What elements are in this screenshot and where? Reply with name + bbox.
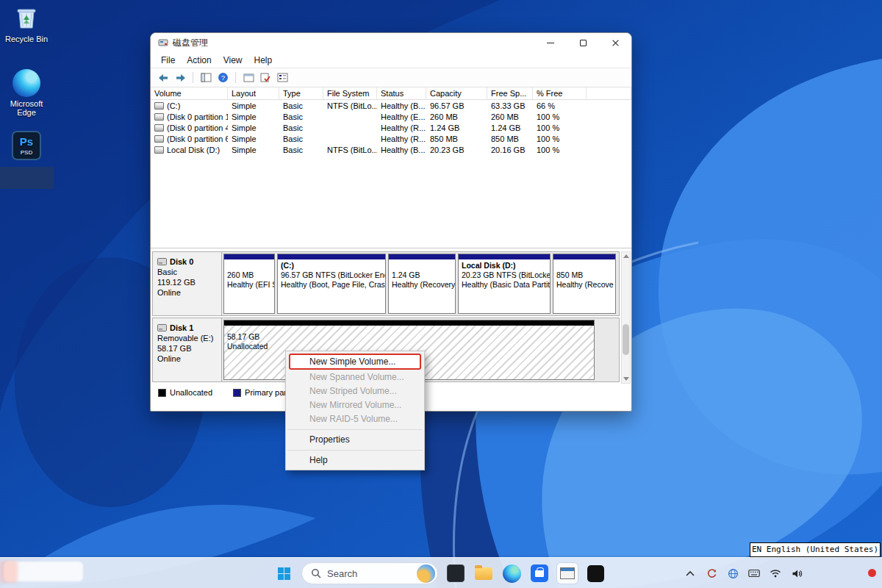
menu-separator <box>287 450 423 451</box>
disk-management-taskbar-button[interactable] <box>557 563 578 584</box>
scroll-up-icon[interactable] <box>622 252 630 260</box>
recycle-bin-glyph <box>0 4 53 32</box>
cell-volume: (Disk 0 partition 6) <box>167 135 228 143</box>
tray-volume-icon[interactable] <box>791 567 803 579</box>
volume-row[interactable]: (Disk 0 partition 6) Simple Basic Health… <box>151 133 631 144</box>
cell-layout: Simple <box>228 146 279 154</box>
disk-1-label[interactable]: Disk 1 Removable (E:) 58.17 GB Online <box>153 318 222 381</box>
edge-glyph <box>12 69 40 97</box>
col-type[interactable]: Type <box>279 87 323 99</box>
unallocated-size: 58.17 GB <box>227 332 591 342</box>
tray-globe-icon[interactable] <box>727 567 739 579</box>
cell-capacity: 260 MB <box>426 112 487 121</box>
legend-unallocated-label: Unallocated <box>170 388 212 397</box>
partition-name <box>227 261 271 270</box>
menu-action[interactable]: Action <box>181 54 217 67</box>
file-explorer-button[interactable] <box>473 563 494 584</box>
start-button[interactable] <box>273 563 294 584</box>
cell-status: Healthy (B... <box>377 101 426 110</box>
cell-pct: 100 % <box>533 135 587 143</box>
partition-text: 850 MB Healthy (Recove <box>553 259 615 291</box>
disk-1-status: Online <box>157 354 217 364</box>
menu-item-new-simple-volume[interactable]: New Simple Volume... <box>289 354 421 370</box>
menu-separator <box>287 429 423 430</box>
partition-efi[interactable]: 260 MB Healthy (EFI Syst <box>223 254 275 314</box>
disk-0-label[interactable]: Disk 0 Basic 119.12 GB Online <box>153 252 222 315</box>
edge-desktop-icon[interactable]: Microsoft Edge <box>0 69 53 117</box>
titlebar[interactable]: 磁盘管理 <box>151 33 631 52</box>
vertical-scrollbar[interactable] <box>621 251 631 384</box>
primary-partition-bar <box>224 254 274 259</box>
unallocated-swatch <box>158 389 166 397</box>
partition-c[interactable]: (C:) 96.57 GB NTFS (BitLocker Encr Healt… <box>277 254 386 314</box>
maximize-button[interactable] <box>567 33 599 52</box>
back-icon[interactable] <box>157 72 169 84</box>
help-icon[interactable]: ? <box>217 72 229 84</box>
volume-row[interactable]: (C:) Simple Basic NTFS (BitLo... Healthy… <box>151 100 631 111</box>
close-button[interactable] <box>599 33 631 52</box>
menu-view[interactable]: View <box>218 54 248 67</box>
col-status[interactable]: Status <box>377 87 426 99</box>
col-file-system[interactable]: File System <box>323 87 377 99</box>
volume-row[interactable]: Local Disk (D:) Simple Basic NTFS (BitLo… <box>151 144 631 155</box>
cell-layout: Simple <box>228 112 279 121</box>
search-placeholder: Search <box>327 568 357 579</box>
volume-disk-icon <box>154 124 164 132</box>
partition-size: 260 MB <box>227 270 271 280</box>
scrollbar-thumb[interactable] <box>623 324 629 355</box>
search-box[interactable]: Search <box>301 562 438 584</box>
menu-file[interactable]: File <box>155 54 181 67</box>
photoshop-desktop-icon[interactable]: Ps PSD <box>0 131 53 162</box>
show-console-tree-icon[interactable] <box>200 72 212 84</box>
cell-status: Healthy (B... <box>377 146 426 154</box>
menu-item-properties[interactable]: Properties <box>286 433 424 447</box>
minimize-button[interactable] <box>534 33 567 52</box>
volume-row[interactable]: (Disk 0 partition 4) Simple Basic Health… <box>151 122 631 133</box>
cell-volume: Local Disk (D:) <box>167 146 220 154</box>
recycle-bin-label: Recycle Bin <box>0 35 53 43</box>
up-one-level-icon[interactable] <box>243 72 254 84</box>
cell-pct: 66 % <box>533 101 587 110</box>
legend-toolbar-icon[interactable] <box>276 72 288 84</box>
volume-disk-icon <box>154 102 164 110</box>
recycle-bin-icon[interactable]: Recycle Bin <box>0 4 53 43</box>
properties-toolbar-icon[interactable] <box>259 72 271 84</box>
tray-wifi-icon[interactable] <box>770 567 781 579</box>
menu-item-help[interactable]: Help <box>286 453 424 467</box>
tray-chevron-up-icon[interactable] <box>684 567 696 579</box>
disk-1-name: Disk 1 <box>170 323 193 333</box>
cell-pct: 100 % <box>533 146 587 154</box>
edge-taskbar-button[interactable] <box>501 563 522 584</box>
col-free-space[interactable]: Free Sp... <box>487 87 533 99</box>
scroll-down-icon[interactable] <box>622 375 630 383</box>
menu-item-new-striped-volume: New Striped Volume... <box>286 384 424 398</box>
primary-partition-bar <box>459 254 550 259</box>
forward-icon[interactable] <box>174 72 186 84</box>
col-layout[interactable]: Layout <box>228 87 279 99</box>
disk-icon <box>157 258 167 265</box>
partition-status: Healthy (Basic Data Partiti <box>462 280 547 290</box>
taskbar-left-tint <box>0 561 18 583</box>
microsoft-store-button[interactable] <box>529 563 550 584</box>
volume-row[interactable]: (Disk 0 partition 1) Simple Basic Health… <box>151 111 631 122</box>
col-volume[interactable]: Volume <box>151 87 228 99</box>
partition-d[interactable]: Local Disk (D:) 20.23 GB NTFS (BitLocker… <box>458 254 551 314</box>
close-icon <box>612 39 620 47</box>
partition-text: Local Disk (D:) 20.23 GB NTFS (BitLocker… <box>459 259 550 291</box>
disk-0-status: Online <box>157 287 217 298</box>
col-pct-free[interactable]: % Free <box>533 87 587 99</box>
cell-status: Healthy (R... <box>377 123 426 132</box>
search-icon <box>311 568 321 578</box>
tray-sync-icon[interactable] <box>706 567 717 579</box>
partition-recovery-2[interactable]: 850 MB Healthy (Recove <box>553 254 616 314</box>
taskbar-dark-app-button[interactable] <box>445 563 466 584</box>
partition-recovery-1[interactable]: 1.24 GB Healthy (Recovery <box>388 254 456 314</box>
terminal-button[interactable] <box>585 563 606 584</box>
tray-keyboard-icon[interactable] <box>748 567 760 579</box>
cell-capacity: 20.23 GB <box>426 146 487 154</box>
primary-partition-bar <box>278 254 385 259</box>
volume-disk-icon <box>154 113 164 121</box>
language-indicator[interactable]: EN English (United States) <box>750 542 881 557</box>
col-capacity[interactable]: Capacity <box>426 87 487 99</box>
menu-help[interactable]: Help <box>248 54 279 67</box>
